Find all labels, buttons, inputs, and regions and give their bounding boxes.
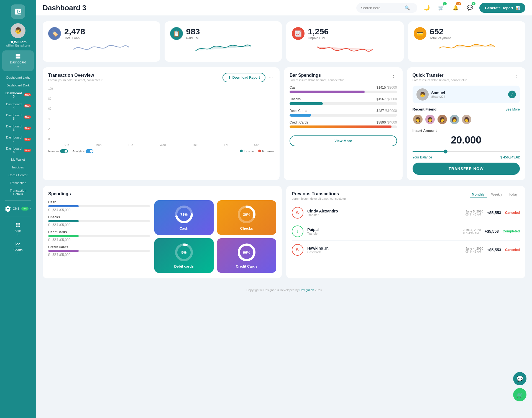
sidebar-item-dashboard-light[interactable]: Dashboard Light (2, 74, 34, 81)
transfer-user-avatar: 👨 (416, 88, 429, 101)
bar-spendings-card: Bar Spendings Lorem ipsum dolor sit amet… (284, 67, 403, 180)
friend-avatar-5[interactable]: 👩 (461, 114, 472, 125)
dashboard-menu-btn[interactable]: Dashboard ▾ (2, 50, 34, 71)
quick-transfer-more-btn[interactable]: ⋮ (513, 73, 520, 81)
spending-cash-label: Cash (290, 86, 297, 89)
svg-text:71%: 71% (180, 212, 188, 217)
sidebar-item-dashboard-7[interactable]: Dashboard 7 New (2, 134, 34, 144)
transfer-now-button[interactable]: TRANSFER NOW (413, 163, 520, 175)
quick-transfer-title: Quick Transfer (413, 73, 467, 78)
friend-avatar-3[interactable]: 👩 (437, 114, 447, 125)
sidebar-item-charts[interactable]: Charts › (2, 239, 34, 258)
sparkline-loan (48, 41, 155, 55)
sidebar-item-my-wallet[interactable]: My Wallet (2, 156, 34, 163)
trans-time-0: 05:34:45 AM (466, 213, 483, 216)
friend-avatar-2[interactable]: 👩 (425, 114, 435, 125)
number-toggle[interactable] (60, 149, 68, 153)
transaction-tabs: Monthly Weekly Today (470, 191, 520, 198)
search-box: 🔍 (356, 3, 417, 13)
bell-badge: 12 (456, 2, 461, 5)
download-report-button[interactable]: ⬇ Download Report (222, 73, 265, 82)
previous-transactions-card: Previous Transactions Lorem ipsum dolor … (286, 186, 525, 278)
generate-report-button[interactable]: Generate Report 📊 (479, 3, 525, 13)
sidebar-item-dashboard-5[interactable]: Dashboard 5 New (2, 112, 34, 122)
support-float-btn[interactable]: 💬 (513, 372, 526, 385)
insert-amount-label: Insert Amount (413, 129, 520, 133)
analytics-toggle[interactable] (86, 149, 93, 153)
bar-spendings-more-btn[interactable]: ⋮ (390, 73, 397, 81)
download-icon: ⬇ (228, 76, 231, 80)
apps-icon (15, 222, 21, 228)
chart-icon (15, 241, 21, 247)
trans-status-0: Canceled (505, 211, 520, 215)
sidebar-item-dashboard-3[interactable]: Dashboard 3 New (2, 89, 34, 100)
sidebar-item-transaction-details[interactable]: Transaction Details (2, 187, 34, 198)
friend-avatar-4[interactable]: 👩 (449, 114, 460, 125)
tab-today[interactable]: Today (507, 191, 520, 198)
download-btn-label: Download Report (232, 76, 260, 80)
sidebar-item-dashboard-dark[interactable]: Dashboard Dark (2, 82, 34, 89)
analytics-label: Analytics (72, 150, 85, 153)
friend-avatars-row: 👩 👩 👩 👩 👩 (413, 114, 520, 125)
sidebar-item-dashboard-8[interactable]: Dashboard 8 New (2, 145, 34, 155)
transfer-amount: 20.000 (413, 134, 520, 146)
balance-value: $ 456,345.62 (500, 155, 520, 159)
bell-icon-btn[interactable]: 🔔 12 (451, 3, 461, 13)
trans-icon-0: ↻ (292, 207, 303, 219)
spending-cash-amount: $1415 /$2000 (377, 86, 397, 89)
spending-debit-label: Debit Cards (290, 109, 307, 113)
trans-status-2: Canceled (505, 248, 520, 252)
donut-debit-label: Debit cards (174, 264, 194, 268)
transaction-overview-card: Transaction Overview Lorem ipsum dolor s… (43, 67, 280, 180)
search-icon[interactable]: 🔍 (405, 5, 410, 11)
y-axis: 100 80 60 40 20 0 (48, 86, 56, 142)
sidebar-item-cards-center[interactable]: Cards Center (2, 171, 34, 179)
amount-slider[interactable] (413, 151, 520, 152)
see-more-button[interactable]: See More (505, 107, 520, 111)
transfer-user-name: Samuel (431, 91, 445, 95)
tab-weekly[interactable]: Weekly (489, 191, 504, 198)
view-more-button[interactable]: View More (290, 135, 397, 146)
chevron-right-icon: › (17, 234, 18, 237)
new-badge: New (24, 116, 31, 119)
tab-monthly[interactable]: Monthly (470, 191, 487, 198)
more-options-button[interactable]: ··· (268, 74, 274, 82)
dashboard-btn-label: Dashboard (10, 60, 26, 64)
donut-cash-label: Cash (180, 226, 188, 230)
quick-transfer-card: Quick Transfer Lorem ipsum dolor sit ame… (407, 67, 526, 180)
main-grid-row: Transaction Overview Lorem ipsum dolor s… (43, 67, 525, 180)
sidebar-item-transaction[interactable]: Transaction (2, 179, 34, 186)
cart-float-btn[interactable]: 🛒 (513, 388, 526, 401)
trans-row-0: ↻ Cindy Alexandro Transfer June 5, 2020 … (292, 204, 520, 222)
trans-name-1: Paipal (307, 227, 459, 232)
sidebar-item-cms[interactable]: CMS New › (2, 203, 34, 214)
friend-avatar-1[interactable]: 👩 (413, 114, 423, 125)
sidebar-item-dashboard-4[interactable]: Dashboard 4 New (2, 101, 34, 111)
balance-label: Your Balance (413, 155, 432, 159)
expense-legend: Expense (262, 150, 274, 153)
sparkline-total-payment (414, 41, 520, 55)
spendings-title: Spendings (48, 191, 71, 196)
trans-amount-1: +$5,553 (485, 229, 499, 234)
transfer-user-handle: @sam224 (431, 95, 445, 98)
footer-brand-link[interactable]: DexignLab (300, 288, 314, 292)
sidebar-item-invoices[interactable]: Invoices (2, 164, 34, 171)
bottom-grid-row: Spendings Cash $1,567 /$5,000 Checks $1,… (43, 186, 525, 278)
spendings-card: Spendings Cash $1,567 /$5,000 Checks $1,… (43, 186, 282, 278)
message-icon-btn[interactable]: 💬 5 (465, 3, 475, 13)
search-input[interactable] (361, 6, 402, 10)
cart-icon-btn[interactable]: 🛒 2 (436, 3, 446, 13)
transfer-user-pill: 👨 Samuel @sam224 ✓ (413, 86, 520, 103)
sidebar-logo[interactable] (11, 4, 25, 19)
donut-credit-svg: 96% (237, 243, 256, 262)
chevron-right-icon: › (30, 207, 31, 210)
sidebar-item-dashboard-6[interactable]: Dashboard 6 New (2, 123, 34, 133)
sidebar-item-apps[interactable]: Apps › (2, 220, 34, 239)
chart-legend: Number Analytics Income Expense (48, 149, 274, 153)
sparkline-unpaid-emi (292, 41, 398, 55)
donut-checks-label: Checks (240, 226, 253, 230)
charts-label: Charts (14, 248, 22, 252)
spendings-cash-item: Cash $1,567 /$5,000 (48, 200, 150, 212)
bar-chart-icon: 📊 (515, 6, 520, 10)
theme-toggle-btn[interactable]: 🌙 (422, 3, 432, 13)
